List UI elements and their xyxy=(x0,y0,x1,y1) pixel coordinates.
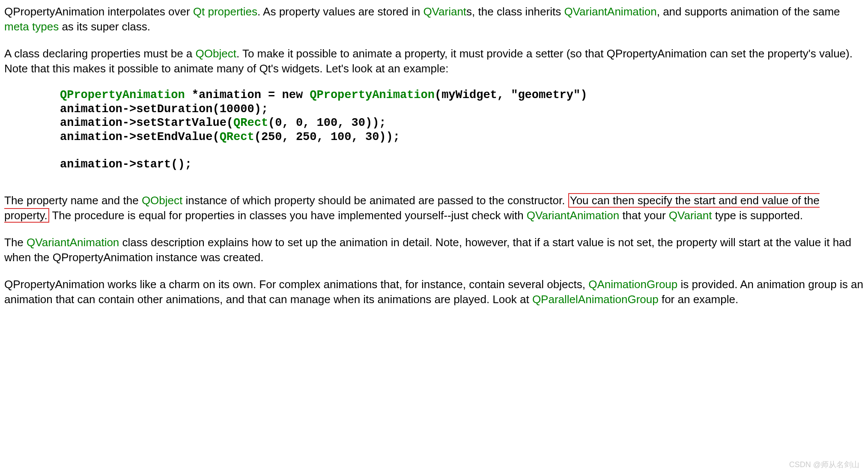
text: as its super class. xyxy=(59,20,150,33)
text: instance of which property should be ani… xyxy=(182,194,568,207)
link-qvariantanimation[interactable]: QVariantAnimation xyxy=(27,236,119,249)
link-meta-types[interactable]: meta types xyxy=(4,20,59,33)
code-text: (myWidget, "geometry") xyxy=(435,89,587,101)
code-example: QPropertyAnimation *animation = new QPro… xyxy=(60,88,864,171)
text: class description explains how to set up… xyxy=(4,236,851,264)
link-qvariantanimation[interactable]: QVariantAnimation xyxy=(564,5,656,18)
text: that your xyxy=(619,209,669,222)
text: , and supports animation of the same xyxy=(657,5,840,18)
code-type: QRect xyxy=(220,131,254,143)
text: s, the class inherits xyxy=(466,5,564,18)
text: The procedure is equal for properties in… xyxy=(49,209,527,222)
code-text: animation->start(); xyxy=(60,158,192,171)
paragraph-4: The QVariantAnimation class description … xyxy=(4,235,864,265)
link-qanimationgroup[interactable]: QAnimationGroup xyxy=(588,278,677,291)
text: type is supported. xyxy=(712,209,802,222)
link-qobject[interactable]: QObject xyxy=(142,194,182,207)
text: for an example. xyxy=(659,293,738,306)
text: . As property values are stored in xyxy=(257,5,423,18)
paragraph-3: The property name and the QObject instan… xyxy=(4,193,864,223)
code-text: animation->setStartValue( xyxy=(60,116,233,129)
link-qt-properties[interactable]: Qt properties xyxy=(193,5,257,18)
link-qvariant[interactable]: QVariant xyxy=(423,5,466,18)
text: The xyxy=(4,236,27,249)
text: QPropertyAnimation works like a charm on… xyxy=(4,278,588,291)
code-text: *animation = new xyxy=(185,89,310,101)
link-qvariantanimation[interactable]: QVariantAnimation xyxy=(527,209,619,222)
code-type: QPropertyAnimation xyxy=(310,89,435,101)
text: QPropertyAnimation interpolates over xyxy=(4,5,193,18)
code-type: QRect xyxy=(233,116,268,129)
text: The property name and the xyxy=(4,194,142,207)
paragraph-2: A class declaring properties must be a Q… xyxy=(4,46,864,76)
link-qparallelanimationgroup[interactable]: QParallelAnimationGroup xyxy=(532,293,659,306)
paragraph-1: QPropertyAnimation interpolates over Qt … xyxy=(4,4,864,34)
link-qvariant[interactable]: QVariant xyxy=(669,209,712,222)
link-qobject[interactable]: QObject xyxy=(196,47,236,60)
code-text: (0, 0, 100, 30)); xyxy=(268,116,386,129)
code-text: animation->setEndValue( xyxy=(60,131,220,143)
code-text: (250, 250, 100, 30)); xyxy=(254,131,400,143)
code-text: animation->setDuration(10000); xyxy=(60,103,268,116)
text: A class declaring properties must be a xyxy=(4,47,196,60)
paragraph-5: QPropertyAnimation works like a charm on… xyxy=(4,277,864,307)
code-type: QPropertyAnimation xyxy=(60,89,185,101)
